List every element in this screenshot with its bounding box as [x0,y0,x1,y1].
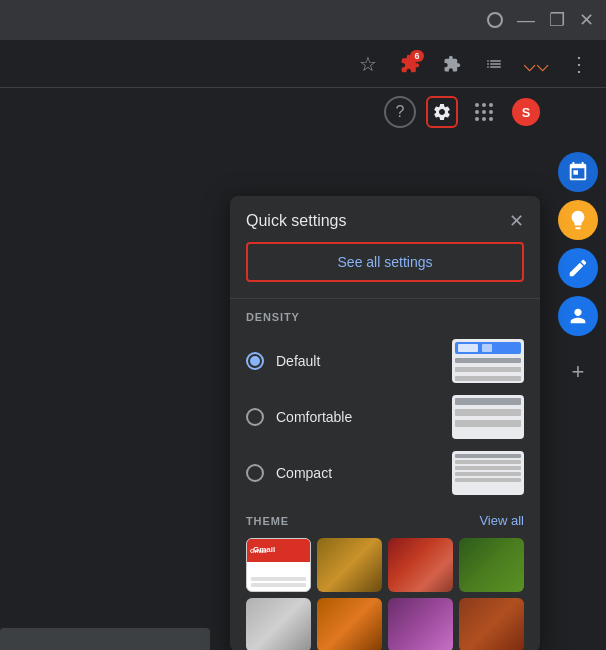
toolbar: ☆ 6 ⌵⌵ ⋮ [0,40,606,88]
theme-thumbnail-8[interactable] [459,598,524,650]
density-label-comfortable: Comfortable [276,409,352,425]
density-option-comfortable[interactable]: Comfortable [246,389,524,445]
sidebar-calendar-icon[interactable] [558,152,598,192]
sidebar-keep-icon[interactable] [558,200,598,240]
right-sidebar: + [550,136,606,650]
density-label-default: Default [276,353,320,369]
extension-badge-button[interactable]: 6 [394,48,426,80]
browser-chrome: — ❐ ✕ [0,0,606,40]
divider [230,298,540,299]
theme-thumbnail-5[interactable] [246,598,311,650]
density-preview-default [452,339,524,383]
radio-default[interactable] [246,352,264,370]
more-menu-button[interactable]: ⋮ [562,48,594,80]
list-icon-button[interactable] [478,48,510,80]
maximize-button[interactable]: ❐ [549,11,565,29]
help-button[interactable]: ? [384,96,416,128]
quick-settings-panel: Quick settings ✕ See all settings DENSIT… [230,196,540,650]
theme-thumbnail-7[interactable] [388,598,453,650]
star-button[interactable]: ☆ [352,48,384,80]
list-icon [485,55,503,73]
settings-button[interactable] [426,96,458,128]
puzzle-button[interactable] [436,48,468,80]
view-all-link[interactable]: View all [479,513,524,528]
theme-grid: Gmail [246,538,524,650]
theme-header: THEME View all [246,513,524,528]
theme-thumbnail-4[interactable] [459,538,524,592]
theme-section-label: THEME [246,515,289,527]
theme-thumbnail-3[interactable] [388,538,453,592]
density-preview-compact [452,451,524,495]
theme-thumbnail-2[interactable] [317,538,382,592]
radio-comfortable[interactable] [246,408,264,426]
chevron-button[interactable]: ⌵⌵ [520,48,552,80]
apps-grid-icon [475,103,493,121]
sidebar-tasks-icon[interactable] [558,248,598,288]
email-list-stub [0,628,210,650]
avatar-icon: S [512,98,540,126]
puzzle-icon [443,55,461,73]
panel-close-button[interactable]: ✕ [509,212,524,230]
profile-avatar[interactable]: S [510,96,542,128]
panel-header: Quick settings ✕ [230,196,540,242]
density-options: Default Comf [230,333,540,501]
see-all-settings-button[interactable]: See all settings [246,242,524,282]
sidebar-add-button[interactable]: + [558,352,598,392]
theme-thumbnail-6[interactable] [317,598,382,650]
svg-text:S: S [522,105,531,120]
density-option-compact[interactable]: Compact [246,445,524,501]
icon-toolbar: ? S [0,88,606,136]
minimize-button[interactable]: — [517,11,535,29]
radio-compact[interactable] [246,464,264,482]
main-area: Quick settings ✕ See all settings DENSIT… [0,136,606,650]
record-icon [487,12,503,28]
close-button[interactable]: ✕ [579,11,594,29]
radio-inner-default [250,356,260,366]
panel-title: Quick settings [246,212,346,230]
density-option-default[interactable]: Default [246,333,524,389]
sidebar-contacts-icon[interactable] [558,296,598,336]
badge-count: 6 [410,50,424,62]
question-mark: ? [396,103,405,121]
theme-section: THEME View all Gmail [230,501,540,650]
density-section-label: DENSITY [230,311,540,333]
theme-thumbnail-1[interactable]: Gmail [246,538,311,592]
apps-button[interactable] [468,96,500,128]
gear-icon [432,102,452,122]
density-preview-comfortable [452,395,524,439]
density-label-compact: Compact [276,465,332,481]
